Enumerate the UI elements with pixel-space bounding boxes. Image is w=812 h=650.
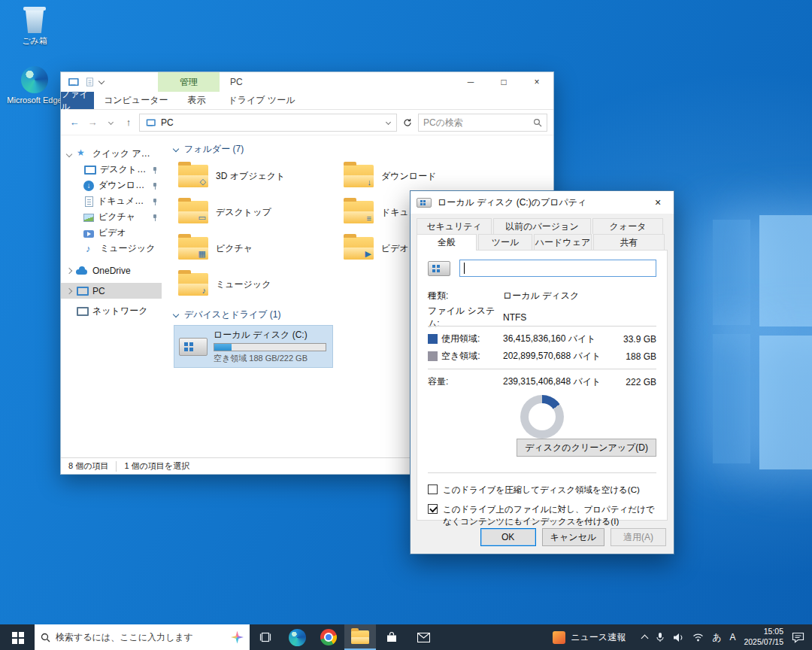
forward-button[interactable]: →: [85, 115, 100, 130]
folder-tile-desktop[interactable]: ▭ デスクトップ: [174, 194, 336, 230]
taskbar-mail-button[interactable]: [408, 624, 439, 650]
folder-tile-pictures[interactable]: ▦ ピクチャ: [174, 230, 336, 266]
chevron-right-icon[interactable]: [66, 267, 72, 273]
taskbar-search-box[interactable]: [35, 624, 250, 650]
taskbar-chrome-button[interactable]: [313, 624, 344, 650]
tab-previous-versions[interactable]: 以前のバージョン: [493, 218, 591, 234]
disk-usage-donut: [520, 395, 564, 439]
explorer-search-input[interactable]: [423, 117, 530, 128]
tab-general[interactable]: 全般: [417, 234, 477, 251]
folder-tile-music[interactable]: ♪ ミュージック: [174, 266, 336, 302]
volume-label-input[interactable]: [459, 260, 656, 277]
tab-hardware[interactable]: ハードウェア: [534, 234, 592, 251]
chevron-down-icon[interactable]: [66, 150, 72, 156]
window-title: PC: [230, 77, 243, 87]
minimize-button[interactable]: ─: [454, 72, 487, 92]
sidebar-item-documents[interactable]: ドキュメント: [61, 193, 162, 209]
hard-drive-icon: [417, 198, 432, 208]
pc-icon: [146, 118, 155, 126]
qat-properties-icon[interactable]: [86, 77, 93, 86]
text-caret: [464, 263, 465, 274]
wallpaper-logo-pane: [713, 334, 750, 463]
taskbar-edge-button[interactable]: [281, 624, 313, 650]
cancel-button[interactable]: キャンセル: [542, 528, 604, 546]
ime-mode-kana[interactable]: あ: [712, 631, 721, 644]
sidebar-item-quick-access[interactable]: クイック アクセス: [61, 146, 162, 162]
tab-sharing[interactable]: 共有: [593, 234, 665, 251]
sidebar-item-pictures[interactable]: ピクチャ: [61, 209, 162, 225]
dialog-tab-control: セキュリティ 以前のバージョン クォータ 全般 ツール ハードウェア 共有: [411, 214, 674, 251]
microphone-icon[interactable]: [656, 632, 665, 642]
field-row-type: 種類: ローカル ディスク: [428, 287, 656, 305]
folder-tile-3d-objects[interactable]: ◇ 3D オブジェクト: [174, 158, 336, 194]
file-explorer-icon: [351, 630, 369, 644]
hidden-icons-chevron-icon[interactable]: [641, 635, 649, 642]
folder-glyph-icon: ▶: [365, 249, 371, 259]
capacity-size: 222 GB: [610, 377, 656, 387]
folder-tile-downloads[interactable]: ↓ ダウンロード: [339, 158, 501, 194]
explorer-window-icon: [68, 77, 78, 87]
refresh-icon: [403, 118, 412, 127]
folder-tile-label: ビデオ: [381, 242, 409, 255]
sidebar-item-desktop[interactable]: デスクトップ: [61, 162, 162, 178]
tab-security[interactable]: セキュリティ: [417, 218, 492, 234]
refresh-button[interactable]: [400, 115, 415, 130]
qat-customize-chevron-icon[interactable]: [98, 77, 105, 84]
chevron-right-icon[interactable]: [66, 287, 72, 293]
tab-tools[interactable]: ツール: [478, 234, 532, 251]
compress-drive-checkbox[interactable]: このドライブを圧縮してディスク領域を空ける(C): [428, 484, 656, 497]
action-center-icon[interactable]: [792, 632, 804, 643]
history-chevron-icon[interactable]: [103, 115, 118, 130]
sidebar-item-videos[interactable]: ビデオ: [61, 225, 162, 241]
manage-contextual-tab[interactable]: 管理: [158, 72, 220, 92]
drive-tile-local-disk-c[interactable]: ローカル ディスク (C:) 空き領域 188 GB/222 GB: [174, 325, 333, 368]
start-button[interactable]: [0, 624, 35, 650]
sidebar-item-pc[interactable]: PC: [61, 283, 162, 299]
maximize-button[interactable]: □: [487, 72, 520, 92]
task-view-icon: [259, 631, 272, 643]
tab-quota[interactable]: クォータ: [592, 218, 663, 234]
taskbar-file-explorer-button[interactable]: [344, 624, 376, 650]
sidebar-item-label: OneDrive: [92, 266, 131, 276]
sidebar-item-network[interactable]: ネットワーク: [61, 303, 162, 319]
address-dropdown-chevron-icon[interactable]: [386, 120, 391, 125]
desktop-monitor-icon: [83, 165, 95, 175]
sidebar-item-onedrive[interactable]: OneDrive: [61, 263, 162, 278]
desktop-icon-recycle-bin[interactable]: ごみ箱: [6, 6, 63, 47]
ok-button[interactable]: OK: [480, 528, 536, 546]
explorer-search-box[interactable]: [418, 114, 547, 132]
status-divider: [116, 461, 117, 472]
address-bar[interactable]: PC: [139, 114, 397, 132]
dialog-close-button[interactable]: ×: [642, 191, 674, 214]
ime-mode-latin[interactable]: A: [729, 632, 735, 642]
drive-capacity-bar-fill: [214, 344, 232, 351]
task-view-button[interactable]: [250, 624, 281, 650]
tab-computer[interactable]: コンピューター: [94, 92, 177, 109]
sidebar-item-label: ドキュメント: [98, 195, 147, 208]
collapse-chevron-icon[interactable]: [173, 146, 179, 152]
sidebar-item-label: デスクトップ: [100, 163, 147, 176]
taskbar-search-input[interactable]: [56, 632, 226, 642]
copilot-icon[interactable]: [231, 631, 244, 644]
folders-group-header[interactable]: フォルダー (7): [174, 141, 553, 156]
tab-view[interactable]: 表示: [177, 92, 215, 109]
close-button[interactable]: ×: [520, 72, 553, 92]
news-widget[interactable]: ニュース速報: [544, 624, 635, 650]
free-space-row: 空き領域: 202,899,570,688 バイト 188 GB: [428, 348, 656, 365]
sidebar-item-downloads[interactable]: ダウンロード: [61, 178, 162, 193]
network-wifi-icon[interactable]: [692, 633, 704, 642]
taskbar-store-button[interactable]: [376, 624, 408, 650]
search-icon: [533, 118, 542, 127]
tab-drive-tools[interactable]: ドライブ ツール: [218, 92, 304, 109]
disk-cleanup-button[interactable]: ディスクのクリーンアップ(D): [517, 439, 656, 457]
taskbar-clock[interactable]: 15:05 2025/07/15: [744, 627, 783, 647]
group-header-label: デバイスとドライブ (1): [184, 308, 281, 321]
tab-file[interactable]: ファイル: [61, 92, 94, 109]
speaker-icon[interactable]: [673, 633, 684, 642]
collapse-chevron-icon[interactable]: [173, 311, 179, 317]
desktop-icon-microsoft-edge[interactable]: Microsoft Edge: [6, 66, 63, 105]
sidebar-item-music[interactable]: ミュージック: [61, 241, 162, 257]
up-button[interactable]: ↑: [121, 115, 136, 130]
back-button[interactable]: ←: [67, 115, 82, 130]
field-row-filesystem: ファイル システム: NTFS: [428, 305, 656, 322]
